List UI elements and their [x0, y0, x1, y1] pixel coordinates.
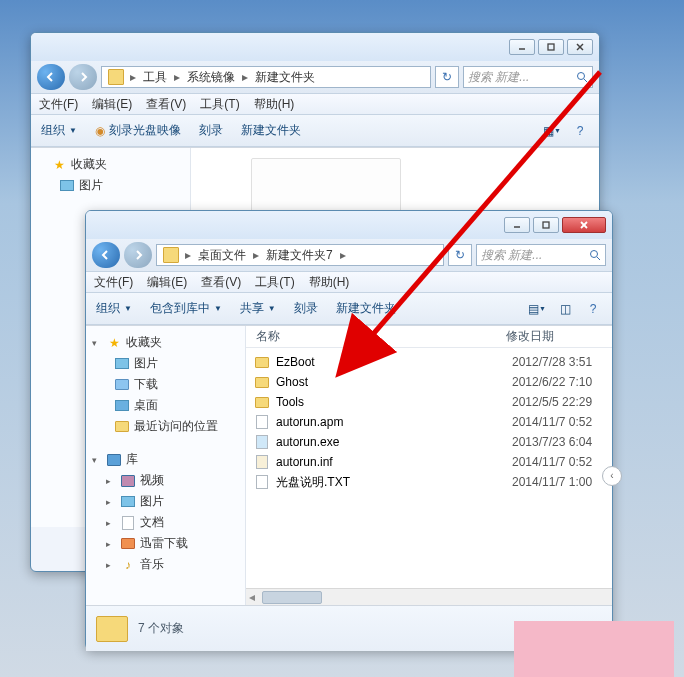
preview-pane-button[interactable]: ◫ [556, 300, 574, 318]
sidebar-item[interactable]: 最近访问的位置 [86, 416, 245, 437]
breadcrumb[interactable]: ▸ 工具 ▸ 系统镜像 ▸ 新建文件夹 [101, 66, 431, 88]
horizontal-scrollbar[interactable]: ◂ [246, 588, 612, 605]
star-icon: ★ [51, 157, 67, 173]
breadcrumb-item[interactable]: 新建文件夹7 [261, 247, 338, 264]
file-row[interactable]: autorun.apm2014/11/7 0:52 [246, 412, 612, 432]
breadcrumb-item[interactable]: 新建文件夹 [250, 69, 320, 86]
disc-icon: ◉ [95, 124, 105, 138]
svg-point-4 [578, 73, 585, 80]
sidebar-library[interactable]: ▾库 [86, 449, 245, 470]
folder-icon [163, 247, 179, 263]
chevron-right-icon: ▸ [251, 248, 261, 262]
close-button[interactable] [567, 39, 593, 55]
file-date: 2012/6/22 7:10 [512, 375, 592, 389]
organize-button[interactable]: 组织▼ [41, 122, 77, 139]
search-input[interactable]: 搜索 新建... [463, 66, 593, 88]
help-icon[interactable]: ? [571, 122, 589, 140]
sidebar-item[interactable]: 图片 [86, 353, 245, 374]
scrollbar-thumb[interactable] [262, 591, 322, 604]
chevron-right-icon: ▸ [172, 70, 182, 84]
menu-file[interactable]: 文件(F) [94, 274, 133, 291]
burn-button[interactable]: 刻录 [199, 122, 223, 139]
maximize-button[interactable] [533, 217, 559, 233]
menu-view[interactable]: 查看(V) [146, 96, 186, 113]
sidebar-item[interactable]: ▸迅雷下载 [86, 533, 245, 554]
share-button[interactable]: 共享▼ [240, 300, 276, 317]
sidebar-item[interactable]: ▸视频 [86, 470, 245, 491]
sidebar-item[interactable]: 桌面 [86, 395, 245, 416]
file-list[interactable]: EzBoot2012/7/28 3:51Ghost2012/6/22 7:10T… [246, 348, 612, 588]
nav-row: ▸ 桌面文件 ▸ 新建文件夹7 ▸ ↻ 搜索 新建... [86, 239, 612, 271]
sidebar-item-pictures[interactable]: 图片 [31, 175, 190, 196]
minimize-button[interactable] [504, 217, 530, 233]
sidebar-favorites[interactable]: ★收藏夹 [31, 154, 190, 175]
sidebar-item[interactable]: ▸文档 [86, 512, 245, 533]
breadcrumb-item[interactable]: 工具 [138, 69, 172, 86]
file-name: Tools [276, 395, 506, 409]
file-row[interactable]: EzBoot2012/7/28 3:51 [246, 352, 612, 372]
minimize-button[interactable] [509, 39, 535, 55]
refresh-button[interactable]: ↻ [448, 244, 472, 266]
breadcrumb[interactable]: ▸ 桌面文件 ▸ 新建文件夹7 ▸ [156, 244, 444, 266]
search-input[interactable]: 搜索 新建... [476, 244, 606, 266]
nav-row: ▸ 工具 ▸ 系统镜像 ▸ 新建文件夹 ↻ 搜索 新建... [31, 61, 599, 93]
menu-edit[interactable]: 编辑(E) [147, 274, 187, 291]
organize-button[interactable]: 组织▼ [96, 300, 132, 317]
close-button[interactable] [562, 217, 606, 233]
menu-edit[interactable]: 编辑(E) [92, 96, 132, 113]
expand-icon: ▸ [106, 518, 116, 528]
file-row[interactable]: Ghost2012/6/22 7:10 [246, 372, 612, 392]
column-date[interactable]: 修改日期 [496, 328, 564, 345]
column-name[interactable]: 名称 [246, 328, 496, 345]
maximize-button[interactable] [538, 39, 564, 55]
scroll-left-icon[interactable]: ◂ [246, 590, 258, 604]
help-icon[interactable]: ? [584, 300, 602, 318]
file-row[interactable]: autorun.exe2013/7/23 6:04 [246, 432, 612, 452]
view-options-button[interactable]: ▤▼ [528, 300, 546, 318]
back-button[interactable] [92, 242, 120, 268]
folder-icon [254, 394, 270, 410]
menu-view[interactable]: 查看(V) [201, 274, 241, 291]
search-icon [576, 71, 588, 83]
svg-point-10 [591, 251, 598, 258]
back-button[interactable] [37, 64, 65, 90]
file-row[interactable]: Tools2012/5/5 22:29 [246, 392, 612, 412]
forward-button[interactable] [69, 64, 97, 90]
file-row[interactable]: 光盘说明.TXT2014/11/7 1:00 [246, 472, 612, 492]
file-date: 2012/7/28 3:51 [512, 355, 592, 369]
file-date: 2014/11/7 0:52 [512, 415, 592, 429]
new-folder-button[interactable]: 新建文件夹 [241, 122, 301, 139]
sidebar-favorites[interactable]: ▾★收藏夹 [86, 332, 245, 353]
file-row[interactable]: autorun.inf2014/11/7 0:52 [246, 452, 612, 472]
menu-tools[interactable]: 工具(T) [200, 96, 239, 113]
menu-file[interactable]: 文件(F) [39, 96, 78, 113]
breadcrumb-item[interactable]: 系统镜像 [182, 69, 240, 86]
explorer-window-front: ▸ 桌面文件 ▸ 新建文件夹7 ▸ ↻ 搜索 新建... 文件(F) 编辑(E)… [85, 210, 613, 650]
window-body: ▾★收藏夹 图片 下载 桌面 最近访问的位置 ▾库 ▸视频 ▸图片 ▸文档 ▸迅… [86, 325, 612, 605]
picture-icon [59, 178, 75, 194]
picture-icon [114, 356, 130, 372]
sidebar-item[interactable]: ▸图片 [86, 491, 245, 512]
burn-button[interactable]: 刻录 [294, 300, 318, 317]
expand-icon: ▸ [106, 497, 116, 507]
sidebar-item[interactable]: 下载 [86, 374, 245, 395]
breadcrumb-item[interactable]: 桌面文件 [193, 247, 251, 264]
expand-chevron[interactable]: ‹ [602, 466, 622, 486]
chevron-right-icon: ▸ [240, 70, 250, 84]
txt-icon [254, 474, 270, 490]
burn-image-button[interactable]: ◉刻录光盘映像 [95, 122, 181, 139]
folder-icon [254, 374, 270, 390]
new-folder-button[interactable]: 新建文件夹 [336, 300, 396, 317]
collapse-icon: ▾ [92, 338, 102, 348]
menu-tools[interactable]: 工具(T) [255, 274, 294, 291]
expand-icon: ▸ [106, 476, 116, 486]
menu-help[interactable]: 帮助(H) [254, 96, 295, 113]
sidebar-item[interactable]: ▸♪音乐 [86, 554, 245, 575]
chevron-down-icon: ▼ [268, 304, 276, 313]
include-library-button[interactable]: 包含到库中▼ [150, 300, 222, 317]
forward-button[interactable] [124, 242, 152, 268]
menu-help[interactable]: 帮助(H) [309, 274, 350, 291]
music-icon: ♪ [120, 557, 136, 573]
refresh-button[interactable]: ↻ [435, 66, 459, 88]
view-options-button[interactable]: ▦▼ [543, 122, 561, 140]
